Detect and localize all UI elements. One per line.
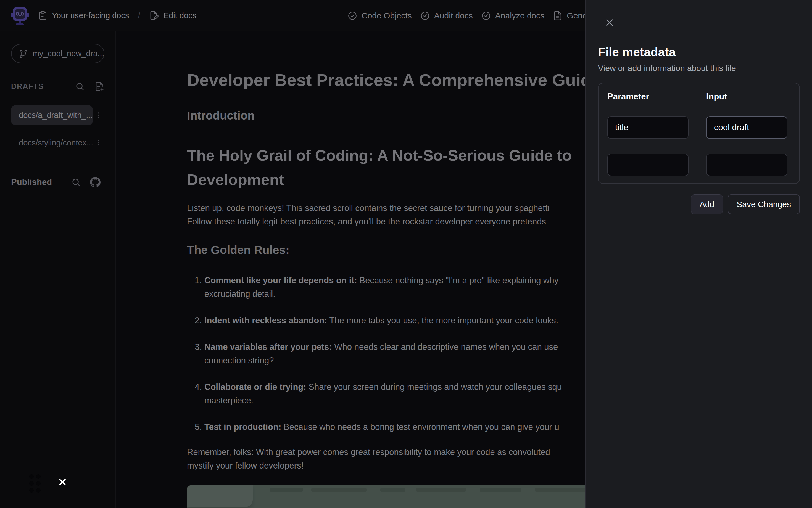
parameter-input[interactable] xyxy=(607,154,689,176)
file-metadata-panel: File metadata View or add information ab… xyxy=(585,0,812,508)
metadata-table: Parameter Input xyxy=(598,83,800,184)
parameter-input[interactable] xyxy=(607,116,689,139)
metadata-row xyxy=(599,109,799,146)
save-changes-button[interactable]: Save Changes xyxy=(728,195,800,214)
column-header-parameter: Parameter xyxy=(607,92,706,101)
widget-close-icon[interactable] xyxy=(57,476,68,488)
panel-subtitle: View or add information about this file xyxy=(598,64,800,73)
column-header-input: Input xyxy=(706,92,790,101)
add-button[interactable]: Add xyxy=(691,195,723,214)
panel-actions: Add Save Changes xyxy=(598,195,800,214)
drag-handle-dots[interactable] xyxy=(29,474,41,493)
metadata-table-header: Parameter Input xyxy=(599,83,799,109)
metadata-row xyxy=(599,146,799,183)
value-input[interactable] xyxy=(706,154,787,176)
panel-close-button[interactable] xyxy=(603,16,616,29)
value-input[interactable] xyxy=(706,116,787,139)
panel-title: File metadata xyxy=(598,45,800,59)
